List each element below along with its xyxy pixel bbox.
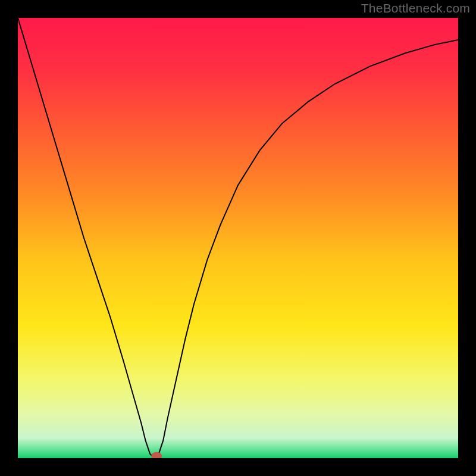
chart-container: TheBottleneck.com <box>0 0 476 476</box>
plot-area <box>18 18 458 458</box>
chart-svg <box>18 18 458 458</box>
watermark-text: TheBottleneck.com <box>361 1 470 15</box>
